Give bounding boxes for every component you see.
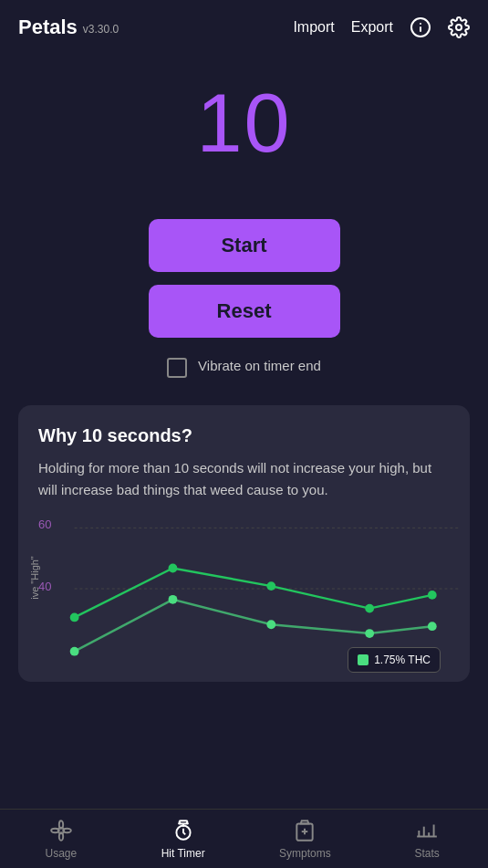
nav-item-usage[interactable]: Usage [0, 810, 122, 867]
chart-area: 60 40 ive "High" [38, 518, 450, 682]
timer-display: 10 [196, 82, 291, 164]
app-version: v3.30.0 [83, 23, 119, 36]
vibrate-label: Vibrate on timer end [198, 356, 321, 375]
svg-point-15 [428, 591, 437, 600]
reset-button[interactable]: Reset [149, 285, 340, 338]
nav-label-symptoms: Symptoms [279, 847, 331, 860]
start-button[interactable]: Start [149, 219, 340, 272]
vibrate-checkbox-row: Vibrate on timer end [167, 356, 321, 378]
svg-point-11 [70, 613, 79, 622]
info-card-text: Holding for more than 10 seconds will no… [38, 457, 450, 501]
header: Petals v3.30.0 Import Export [0, 0, 488, 55]
nav-label-hit-timer: Hit Timer [161, 847, 205, 860]
stats-icon [414, 818, 440, 843]
chart-y-60-label: 60 [38, 518, 51, 531]
legend-dot [358, 654, 369, 665]
bottom-nav: Usage Hit Timer Symptoms [0, 809, 488, 868]
nav-item-stats[interactable]: Stats [366, 810, 488, 867]
legend-label: 1.75% THC [374, 654, 431, 666]
nav-item-symptoms[interactable]: Symptoms [244, 810, 367, 867]
symptoms-icon [292, 818, 317, 843]
main-content: 10 Start Reset Vibrate on timer end Why … [0, 55, 488, 682]
svg-point-12 [169, 564, 178, 573]
svg-point-8 [266, 620, 275, 629]
svg-point-10 [428, 622, 437, 631]
svg-point-14 [365, 604, 374, 613]
chart-legend: 1.75% THC [348, 647, 441, 673]
header-left: Petals v3.30.0 [18, 16, 119, 39]
info-card-title: Why 10 seconds? [38, 425, 450, 446]
nav-item-hit-timer[interactable]: Hit Timer [122, 810, 244, 867]
svg-point-7 [169, 595, 178, 604]
svg-point-9 [365, 629, 374, 638]
chart-side-label: ive "High" [29, 556, 40, 600]
chart-svg [57, 518, 468, 664]
svg-point-13 [266, 581, 275, 591]
hit-timer-icon [171, 818, 196, 843]
settings-button[interactable] [448, 16, 470, 38]
svg-point-6 [70, 647, 79, 656]
import-button[interactable]: Import [293, 19, 334, 36]
vibrate-checkbox[interactable] [167, 358, 187, 378]
nav-label-usage: Usage [46, 847, 78, 860]
nav-label-stats: Stats [414, 847, 439, 860]
info-icon [410, 16, 431, 38]
usage-icon [48, 818, 74, 843]
chart-y-40-label: 40 [38, 580, 51, 593]
header-right: Import Export [293, 16, 470, 38]
app-title: Petals [18, 16, 78, 39]
info-button[interactable] [410, 16, 431, 38]
export-button[interactable]: Export [351, 19, 393, 36]
info-card: Why 10 seconds? Holding for more than 10… [18, 405, 470, 682]
gear-icon [448, 16, 470, 38]
svg-point-3 [456, 25, 462, 30]
